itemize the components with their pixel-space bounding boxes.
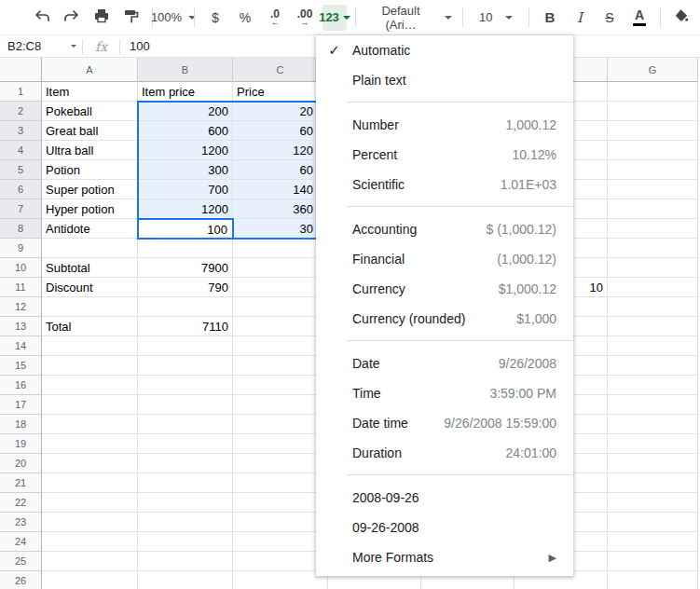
menu-item-2008-09-26[interactable]: 2008-09-26	[316, 483, 573, 513]
row-header-13[interactable]: 13	[0, 317, 42, 336]
cell-B12[interactable]	[138, 297, 233, 317]
cell-A20[interactable]	[42, 454, 138, 473]
cell-A1[interactable]: Item	[42, 82, 138, 102]
cell-C8[interactable]: 30	[233, 219, 328, 239]
row-header-17[interactable]: 17	[0, 395, 42, 415]
row-header-25[interactable]: 25	[0, 552, 42, 571]
cell-C20[interactable]	[233, 454, 328, 473]
cell-B5[interactable]: 300	[138, 160, 233, 180]
cell-A21[interactable]	[42, 473, 138, 493]
cell-B25[interactable]	[138, 552, 233, 571]
row-header-2[interactable]: 2	[0, 102, 42, 121]
row-header-20[interactable]: 20	[0, 454, 42, 473]
cell-C16[interactable]	[233, 376, 328, 395]
row-header-7[interactable]: 7	[0, 199, 42, 219]
cell-B6[interactable]: 700	[138, 180, 233, 199]
cell-C9[interactable]	[233, 239, 328, 258]
number-format-button[interactable]: 123	[323, 5, 347, 31]
cell-A16[interactable]	[42, 376, 138, 395]
cell-A3[interactable]: Great ball	[42, 121, 138, 141]
cell-A12[interactable]	[42, 297, 138, 317]
cell-C3[interactable]: 60	[233, 121, 328, 141]
menu-item-more-formats[interactable]: More Formats▶	[316, 542, 573, 572]
menu-item-automatic[interactable]: ✓Automatic	[316, 35, 573, 65]
menu-item-percent[interactable]: Percent10.12%	[316, 140, 573, 170]
redo-button[interactable]	[60, 6, 84, 30]
cell-G2[interactable]	[608, 102, 698, 121]
cell-G20[interactable]	[608, 454, 698, 473]
cell-G26[interactable]	[608, 571, 698, 589]
text-color-button[interactable]: A	[627, 6, 652, 30]
cell-B11[interactable]: 790	[138, 278, 233, 297]
cell-C6[interactable]: 140	[233, 180, 328, 199]
row-header-12[interactable]: 12	[0, 297, 42, 317]
cell-C15[interactable]	[233, 356, 328, 376]
cell-C25[interactable]	[233, 552, 328, 571]
cell-G6[interactable]	[608, 180, 698, 199]
cell-C19[interactable]	[233, 434, 328, 454]
menu-item-accounting[interactable]: Accounting$ (1,000.12)	[316, 214, 573, 244]
cell-B1[interactable]: Item price	[138, 82, 233, 102]
row-header-14[interactable]: 14	[0, 336, 42, 356]
cell-A26[interactable]	[42, 571, 138, 589]
cell-C13[interactable]	[233, 317, 328, 336]
cell-B14[interactable]	[138, 336, 233, 356]
name-box[interactable]: B2:C8	[0, 39, 82, 53]
cell-A22[interactable]	[42, 493, 138, 513]
cell-G11[interactable]	[608, 278, 698, 297]
menu-item-financial[interactable]: Financial(1,000.12)	[316, 244, 573, 274]
cell-C24[interactable]	[233, 532, 328, 552]
cell-C23[interactable]	[233, 513, 328, 532]
cell-B13[interactable]: 7110	[138, 317, 233, 336]
cell-B15[interactable]	[138, 356, 233, 376]
cell-B24[interactable]	[138, 532, 233, 552]
cell-G16[interactable]	[608, 376, 698, 395]
menu-item-currency[interactable]: Currency$1,000.12	[316, 274, 573, 304]
row-header-1[interactable]: 1	[0, 82, 42, 102]
cell-C1[interactable]: Price	[233, 82, 328, 102]
font-select[interactable]: Default (Ari…	[364, 6, 454, 30]
cell-G17[interactable]	[608, 395, 698, 415]
cell-G10[interactable]	[608, 258, 698, 278]
format-percent-button[interactable]: %	[233, 6, 257, 30]
cell-B22[interactable]	[138, 493, 233, 513]
cell-G9[interactable]	[608, 239, 698, 258]
italic-button[interactable]: I	[568, 6, 592, 30]
select-all-corner[interactable]	[0, 58, 42, 82]
cell-G8[interactable]	[608, 219, 698, 239]
menu-item-09-26-2008[interactable]: 09-26-2008	[316, 513, 573, 542]
cell-C21[interactable]	[233, 473, 328, 493]
cell-B9[interactable]	[138, 239, 233, 258]
row-header-5[interactable]: 5	[0, 160, 42, 180]
cell-G25[interactable]	[608, 552, 698, 571]
cell-G22[interactable]	[608, 493, 698, 513]
cell-A11[interactable]: Discount	[42, 278, 138, 297]
menu-item-scientific[interactable]: Scientific1.01E+03	[316, 170, 573, 199]
cell-C11[interactable]	[233, 278, 328, 297]
row-header-24[interactable]: 24	[0, 532, 42, 552]
menu-item-currency-rounded[interactable]: Currency (rounded)$1,000	[316, 304, 573, 334]
column-header-A[interactable]: A	[42, 58, 138, 82]
font-size-select[interactable]: 10	[472, 6, 520, 30]
row-header-8[interactable]: 8	[0, 219, 42, 239]
cell-B10[interactable]: 7900	[138, 258, 233, 278]
cell-A23[interactable]	[42, 513, 138, 532]
row-header-11[interactable]: 11	[0, 278, 42, 297]
row-header-26[interactable]: 26	[0, 571, 42, 589]
paint-format-button[interactable]	[119, 6, 144, 30]
cell-C4[interactable]: 120	[233, 141, 328, 160]
decrease-decimal-button[interactable]: .0 ←	[263, 6, 287, 30]
row-header-22[interactable]: 22	[0, 493, 42, 513]
cell-G4[interactable]	[608, 141, 698, 160]
cell-G15[interactable]	[608, 356, 698, 376]
cell-A25[interactable]	[42, 552, 138, 571]
column-header-G[interactable]: G	[608, 58, 698, 82]
menu-item-number[interactable]: Number1,000.12	[316, 110, 573, 140]
cell-B19[interactable]	[138, 434, 233, 454]
zoom-select[interactable]: 100%	[161, 6, 185, 30]
menu-item-plain-text[interactable]: Plain text	[316, 65, 573, 95]
cell-A2[interactable]: Pokeball	[42, 102, 138, 121]
cell-A14[interactable]	[42, 336, 138, 356]
menu-item-duration[interactable]: Duration24:01:00	[316, 438, 573, 468]
menu-item-date-time[interactable]: Date time9/26/2008 15:59:00	[316, 408, 573, 438]
